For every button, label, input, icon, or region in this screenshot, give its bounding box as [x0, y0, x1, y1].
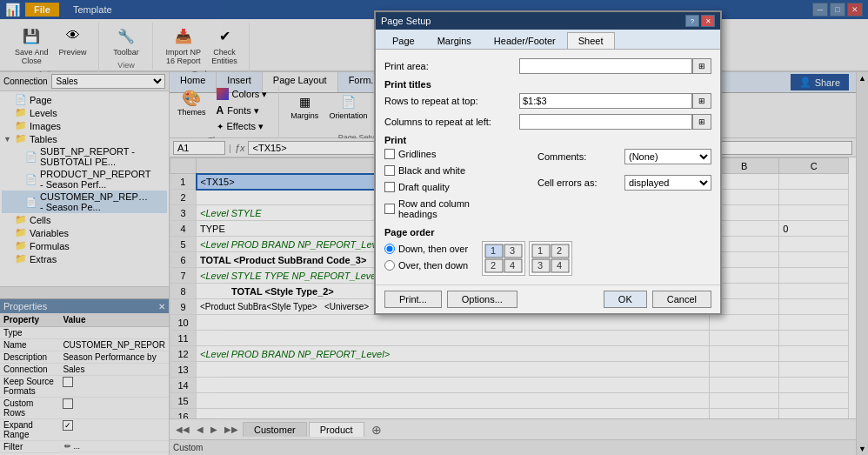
cell-b13[interactable]	[710, 362, 779, 378]
effects-button[interactable]: ✦ Effects ▾	[212, 119, 272, 134]
down-over-radio[interactable]	[384, 244, 395, 254]
cell-a13[interactable]	[197, 362, 710, 378]
rows-repeat-input[interactable]	[519, 93, 692, 109]
modal-close-btn[interactable]: ✕	[701, 15, 715, 27]
cell-c2[interactable]	[779, 190, 849, 205]
col-header-c[interactable]: C	[779, 158, 849, 174]
print-area-select-btn[interactable]: ⊞	[692, 58, 711, 74]
cell-a16[interactable]	[197, 409, 710, 419]
sheet-tab-product[interactable]: Product	[309, 422, 364, 437]
scroll-down-btn[interactable]: ▼	[857, 443, 868, 455]
cell-b10[interactable]	[710, 315, 779, 331]
cell-a12[interactable]: <Level PROD BRAND NP_REPORT_Level>	[197, 346, 710, 362]
expand-range-checkbox[interactable]	[63, 420, 73, 431]
black-white-checkbox[interactable]	[384, 165, 395, 176]
print-area-input[interactable]	[519, 58, 692, 74]
filter-edit-icon[interactable]: ✏	[64, 442, 71, 451]
save-close-button[interactable]: 💾 Save AndClose	[10, 23, 53, 68]
tree-item-tables[interactable]: ▼ 📁 Tables	[2, 132, 167, 145]
scroll-tabs-right[interactable]: ▶▶	[222, 425, 241, 434]
themes-button[interactable]: 🎨 Themes	[173, 86, 210, 119]
cell-c14[interactable]	[779, 378, 849, 393]
cell-c1[interactable]	[779, 174, 849, 190]
v-scrollbar[interactable]: ▲ ▼	[856, 72, 868, 455]
modal-tab-margins[interactable]: Margins	[426, 32, 483, 49]
app-template-tab[interactable]: Template	[64, 3, 121, 17]
cell-b11[interactable]	[710, 331, 779, 346]
cell-a11[interactable]	[197, 331, 710, 346]
scroll-tabs-prev[interactable]: ◀	[194, 425, 206, 434]
cell-c12[interactable]	[779, 346, 849, 362]
cell-c9[interactable]	[779, 299, 849, 315]
cell-c11[interactable]	[779, 331, 849, 346]
cell-c3[interactable]	[779, 205, 849, 221]
rows-repeat-select-btn[interactable]: ⊞	[692, 93, 711, 109]
cell-b12[interactable]	[710, 346, 779, 362]
add-sheet-button[interactable]: ⊕	[366, 421, 387, 438]
tree-item-subt[interactable]: 📄 SUBT_NP_REPORT - SUBTOTALI PE...	[2, 145, 167, 168]
modal-tab-sheet[interactable]: Sheet	[567, 32, 615, 49]
modal-tab-page[interactable]: Page	[381, 32, 426, 49]
print-button[interactable]: Print...	[384, 291, 442, 308]
cell-b15[interactable]	[710, 393, 779, 409]
tree-item-cells[interactable]: 📁 Cells	[2, 213, 167, 226]
draft-quality-checkbox[interactable]	[384, 182, 395, 192]
comments-select[interactable]: (None)	[624, 149, 711, 164]
cell-a15[interactable]	[197, 393, 710, 409]
cell-a14[interactable]	[197, 378, 710, 393]
filter-more-icon[interactable]: ...	[73, 442, 80, 451]
custom-rows-checkbox[interactable]	[63, 398, 73, 409]
tree-item-customer[interactable]: 📄 CUSTOMER_NP_REPORT - Season Pe...	[2, 191, 167, 213]
toolbar-button[interactable]: 🔧 Toolbar	[109, 23, 144, 59]
tree-item-images[interactable]: 📁 Images	[2, 119, 167, 132]
fonts-button[interactable]: A Fonts ▾	[212, 103, 272, 118]
h-scrollbar[interactable]	[0, 286, 169, 298]
cell-ref-input[interactable]	[173, 141, 225, 155]
cols-repeat-select-btn[interactable]: ⊞	[692, 114, 711, 130]
page-setup-dialog[interactable]: Page Setup ? ✕ Page Margins Header/Foote…	[374, 10, 722, 315]
over-down-radio[interactable]	[384, 260, 395, 271]
maximize-btn[interactable]: □	[830, 3, 845, 17]
cell-c13[interactable]	[779, 362, 849, 378]
scroll-tabs-next[interactable]: ▶	[208, 425, 220, 434]
import-np-button[interactable]: 📥 Import NP16 Report	[162, 23, 206, 68]
cell-c5[interactable]	[779, 237, 849, 252]
cell-a10[interactable]	[197, 315, 710, 331]
properties-close-icon[interactable]: ✕	[158, 302, 165, 311]
cell-c4[interactable]: 0	[779, 221, 849, 237]
scroll-up-btn[interactable]: ▲	[857, 72, 868, 84]
modal-help-btn[interactable]: ?	[685, 15, 699, 27]
cell-b14[interactable]	[710, 378, 779, 393]
scroll-tabs-left[interactable]: ◀◀	[173, 425, 192, 434]
tree-item-product[interactable]: 📄 PRODUCT_NP_REPORT - Season Perf...	[2, 168, 167, 191]
minimize-btn[interactable]: ─	[812, 3, 828, 17]
cols-repeat-input[interactable]	[519, 114, 692, 130]
check-entities-button[interactable]: ✔ CheckEntities	[207, 23, 242, 68]
tree-item-formulas[interactable]: 📁 Formulas	[2, 239, 167, 252]
cell-errors-select[interactable]: displayed	[624, 175, 711, 191]
sheet-tab-customer[interactable]: Customer	[243, 422, 307, 437]
cancel-button[interactable]: Cancel	[652, 291, 711, 308]
preview-button[interactable]: 👁 Preview	[55, 23, 91, 68]
cell-c7[interactable]	[779, 268, 849, 284]
cell-b16[interactable]	[710, 409, 779, 419]
orientation-button[interactable]: 📄 Orientation	[324, 90, 371, 123]
app-file-tab[interactable]: File	[25, 3, 59, 17]
tree-item-levels[interactable]: 📁 Levels	[2, 106, 167, 119]
modal-tab-header-footer[interactable]: Header/Footer	[483, 32, 567, 49]
cell-c6[interactable]	[779, 252, 849, 268]
tree-item-variables[interactable]: 📁 Variables	[2, 226, 167, 239]
gridlines-checkbox[interactable]	[384, 149, 395, 159]
cell-c15[interactable]	[779, 393, 849, 409]
cell-c10[interactable]	[779, 315, 849, 331]
options-button[interactable]: Options...	[447, 291, 517, 308]
ok-button[interactable]: OK	[604, 291, 647, 308]
connection-select[interactable]: Sales	[51, 74, 165, 89]
cell-c8[interactable]	[779, 284, 849, 299]
share-button[interactable]: 👤 Share	[791, 74, 849, 90]
colors-button[interactable]: Colors ▾	[212, 86, 272, 102]
margins-button[interactable]: ▦ Margins	[286, 90, 323, 123]
keep-source-checkbox[interactable]	[63, 377, 73, 387]
close-btn[interactable]: ✕	[847, 3, 863, 17]
tree-item-extras[interactable]: 📁 Extras	[2, 252, 167, 265]
